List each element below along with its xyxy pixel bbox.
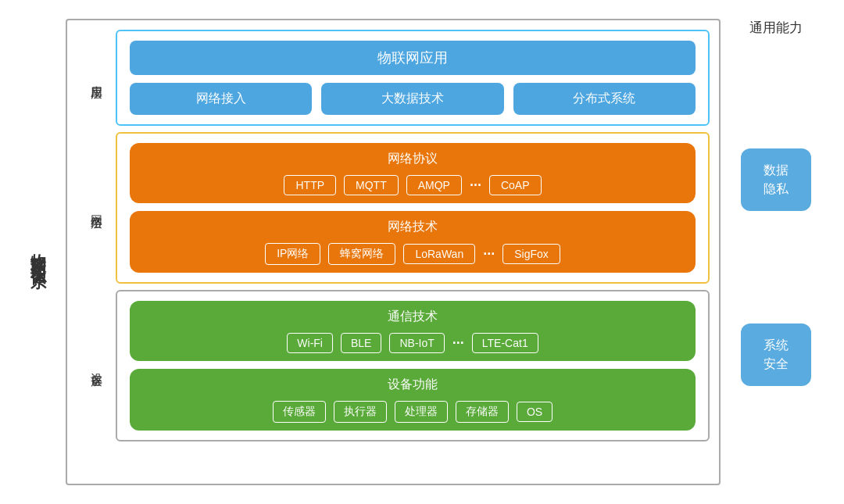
net-layer-label: 网络层: [77, 132, 116, 284]
app-layer: 物联网应用 网络接入 大数据技术 分布式系统: [116, 30, 710, 126]
dev-ltecat1: LTE-Cat1: [472, 333, 538, 353]
left-label: 物联网知识体系: [25, 19, 53, 485]
net-tech-dots: ···: [483, 246, 495, 263]
app-layer-label: 应用层: [77, 30, 116, 126]
net-layer-row: 网络层 网络协议 HTTP MQTT AMQP ··· CoAP: [77, 132, 710, 284]
dev-func-items: 传感器 执行器 处理器 存储器 OS: [141, 401, 685, 423]
dev-comm-box: 通信技术 Wi-Fi BLE NB-IoT ··· LTE-Cat1: [130, 301, 696, 361]
dev-wifi: Wi-Fi: [287, 333, 333, 353]
net-protocol-box: 网络协议 HTTP MQTT AMQP ··· CoAP: [130, 143, 696, 203]
app-top-row: 物联网应用: [130, 41, 696, 75]
main-container: 物联网知识体系 应用层 物联网应用 网络接入 大数据技术 分布式系统: [0, 0, 844, 504]
net-http: HTTP: [284, 175, 336, 195]
app-bottom-row: 网络接入 大数据技术 分布式系统: [130, 83, 696, 115]
net-layer: 网络协议 HTTP MQTT AMQP ··· CoAP 网络技术: [116, 132, 710, 284]
net-protocol-dots: ···: [470, 177, 481, 194]
dev-layer-content: 通信技术 Wi-Fi BLE NB-IoT ··· LTE-Cat1 设备功能: [116, 290, 710, 441]
app-network-access: 网络接入: [130, 83, 312, 115]
net-lorawan: LoRaWan: [403, 244, 475, 264]
dev-comm-items: Wi-Fi BLE NB-IoT ··· LTE-Cat1: [141, 333, 685, 353]
dev-os: OS: [517, 402, 553, 422]
app-bigdata: 大数据技术: [321, 83, 503, 115]
app-layer-row: 应用层 物联网应用 网络接入 大数据技术 分布式系统: [77, 30, 710, 126]
net-tech-title: 网络技术: [141, 219, 685, 235]
right-title: 通用能力: [749, 19, 803, 37]
net-protocol-title: 网络协议: [141, 151, 685, 167]
dev-storage: 存储器: [456, 401, 509, 423]
app-layer-content: 物联网应用 网络接入 大数据技术 分布式系统: [116, 30, 710, 126]
net-tech-items: IP网络 蜂窝网络 LoRaWan ··· SigFox: [141, 243, 685, 265]
dev-processor: 处理器: [395, 401, 448, 423]
dev-layer-row: 设备层 通信技术 Wi-Fi BLE NB-IoT ··· LTE-Cat1: [77, 290, 710, 441]
dev-comm-title: 通信技术: [141, 309, 685, 325]
net-protocol-items: HTTP MQTT AMQP ··· CoAP: [141, 175, 685, 195]
dev-func-title: 设备功能: [141, 377, 685, 393]
right-box-data-privacy: 数据隐私: [741, 148, 811, 211]
net-amqp: AMQP: [406, 175, 462, 195]
right-box-system-security: 系统安全: [741, 323, 811, 386]
net-sigfox: SigFox: [502, 244, 560, 264]
net-cellular: 蜂窝网络: [328, 243, 395, 265]
right-panel: 通用能力 数据隐私 系统安全: [733, 19, 819, 485]
net-coap: CoAP: [489, 175, 542, 195]
dev-comm-dots: ···: [452, 335, 464, 352]
dev-ble: BLE: [341, 333, 381, 353]
dev-layer: 通信技术 Wi-Fi BLE NB-IoT ··· LTE-Cat1 设备功能: [116, 290, 710, 441]
app-iot-app-box: 物联网应用: [130, 41, 696, 75]
dev-actuator: 执行器: [334, 401, 387, 423]
dev-func-box: 设备功能 传感器 执行器 处理器 存储器 OS: [130, 369, 696, 431]
app-distributed: 分布式系统: [513, 83, 696, 115]
dev-sensor: 传感器: [273, 401, 326, 423]
net-ip: IP网络: [265, 243, 320, 265]
net-mqtt: MQTT: [344, 175, 399, 195]
dev-layer-label: 设备层: [77, 290, 116, 441]
net-tech-box: 网络技术 IP网络 蜂窝网络 LoRaWan ··· SigFox: [130, 211, 696, 273]
main-diagram: 应用层 物联网应用 网络接入 大数据技术 分布式系统 网络层: [66, 19, 721, 485]
dev-nbiot: NB-IoT: [389, 333, 444, 353]
net-layer-content: 网络协议 HTTP MQTT AMQP ··· CoAP 网络技术: [116, 132, 710, 284]
